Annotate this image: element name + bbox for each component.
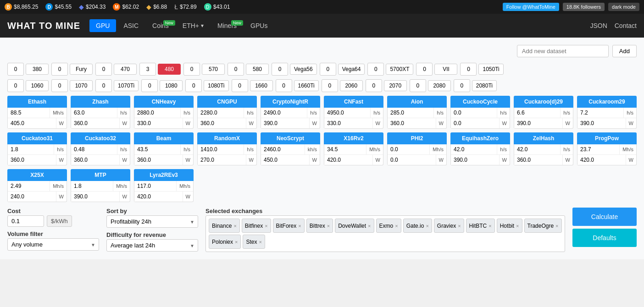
algo-hashrate-input[interactable] [198, 144, 244, 154]
nav-json[interactable]: JSON [590, 22, 607, 29]
algo-power-input[interactable] [261, 118, 310, 128]
algo-header[interactable]: Lyra2REv3 [134, 169, 194, 181]
gpu-name-label[interactable]: 2080 [428, 80, 451, 91]
algo-header[interactable]: Cuckaroo(d)29 [514, 96, 573, 108]
gpu-qty-input[interactable] [95, 79, 112, 92]
gpu-name-label[interactable]: 2080Ti [472, 80, 497, 91]
algo-header[interactable]: CNGPU [197, 96, 257, 108]
algo-power-input[interactable] [134, 192, 183, 202]
gpu-name-label[interactable]: VII [434, 64, 457, 75]
gpu-qty-input[interactable] [185, 79, 202, 92]
exchange-remove-button[interactable]: × [235, 239, 238, 245]
algo-power-input[interactable] [198, 155, 246, 165]
algo-hashrate-input[interactable] [261, 144, 305, 154]
gpu-name-label[interactable]: 2060 [340, 80, 363, 91]
gpu-qty-input[interactable] [228, 63, 244, 76]
gpu-name-label[interactable]: 1070Ti [114, 80, 139, 91]
algo-power-input[interactable] [388, 118, 436, 128]
exchange-remove-button[interactable]: × [395, 223, 398, 229]
sort-select[interactable]: Profitability 24hProfitability 1hRevenue… [106, 215, 198, 228]
algo-header[interactable]: Zhash [71, 96, 130, 108]
algo-power-input[interactable] [324, 118, 373, 128]
algo-header[interactable]: EquihashZero [450, 132, 510, 144]
gpu-qty-input[interactable] [454, 79, 470, 92]
algo-header[interactable]: X16Rv2 [324, 132, 383, 144]
algo-power-input[interactable] [388, 155, 436, 165]
algo-hashrate-input[interactable] [577, 144, 620, 154]
gpu-name-label[interactable]: Vega64 [338, 64, 365, 75]
gpu-name-label[interactable]: 570 [202, 64, 225, 75]
algo-hashrate-input[interactable] [577, 108, 624, 118]
gpu-name-label[interactable]: 5700XT [386, 64, 413, 75]
nav-contact[interactable]: Contact [615, 22, 637, 29]
gpu-name-label[interactable]: 470 [114, 64, 137, 75]
gpu-name-label[interactable]: 380 [26, 64, 49, 75]
algo-hashrate-input[interactable] [134, 108, 181, 118]
algo-header[interactable]: MTP [71, 169, 130, 181]
algo-header[interactable]: ProgPow [577, 132, 637, 144]
algo-hashrate-input[interactable] [388, 108, 434, 118]
gpu-name-label[interactable]: 1080 [160, 80, 183, 91]
gpu-qty-input[interactable] [7, 79, 24, 92]
gpu-qty-input[interactable] [272, 63, 288, 76]
algo-hashrate-input[interactable] [134, 181, 177, 191]
algo-hashrate-input[interactable] [451, 108, 497, 118]
algo-power-input[interactable] [198, 118, 246, 128]
algo-hashrate-input[interactable] [71, 181, 113, 191]
algo-hashrate-input[interactable] [451, 144, 497, 154]
nav-asic[interactable]: ASIC [117, 19, 145, 32]
algo-power-input[interactable] [514, 118, 563, 128]
algo-power-input[interactable] [134, 118, 183, 128]
algo-power-input[interactable] [261, 155, 310, 165]
gpu-qty-input[interactable] [141, 79, 158, 92]
dark-mode-button[interactable]: dark mode [608, 3, 639, 11]
algo-hashrate-input[interactable] [324, 108, 371, 118]
nav-eth[interactable]: ETH+ ▾ [176, 19, 210, 32]
exchange-remove-button[interactable]: × [516, 223, 519, 229]
algo-header[interactable]: CNFast [324, 96, 383, 108]
algo-hashrate-input[interactable] [8, 144, 54, 154]
gpu-qty-input[interactable] [366, 79, 382, 92]
algo-power-input[interactable] [324, 155, 373, 165]
exchange-remove-button[interactable]: × [259, 239, 261, 245]
algo-header[interactable]: NeoScrypt [261, 132, 320, 144]
gpu-qty-input[interactable] [183, 63, 200, 76]
gpu-name-label[interactable]: 1080Ti [204, 80, 228, 91]
algo-power-input[interactable] [71, 118, 120, 128]
algo-hashrate-input[interactable] [71, 144, 117, 154]
gpu-qty-input[interactable] [322, 79, 338, 92]
algo-power-input[interactable] [451, 118, 500, 128]
defaults-button[interactable]: Defaults [572, 229, 637, 247]
calculate-button[interactable]: Calculate [572, 208, 637, 226]
exchange-remove-button[interactable]: × [298, 223, 301, 229]
algo-header[interactable]: Cuckatoo31 [7, 132, 67, 144]
algo-power-input[interactable] [8, 118, 56, 128]
nav-miners[interactable]: Miners New [211, 19, 243, 32]
algo-header[interactable]: ZelHash [514, 132, 573, 144]
algo-header[interactable]: Aion [387, 96, 447, 108]
gpu-qty-input[interactable] [95, 63, 112, 76]
algo-hashrate-input[interactable] [134, 144, 181, 154]
algo-header[interactable]: Beam [134, 132, 194, 144]
cost-input[interactable] [7, 215, 44, 227]
algo-hashrate-input[interactable] [261, 108, 307, 118]
exchange-remove-button[interactable]: × [458, 223, 461, 229]
gpu-name-label[interactable]: 1060 [26, 80, 49, 91]
algo-hashrate-input[interactable] [514, 144, 561, 154]
exchange-remove-button[interactable]: × [265, 223, 267, 229]
nav-coins[interactable]: Coins New [146, 19, 175, 32]
volume-select[interactable]: Any volumeTop 50Top 25 [7, 238, 99, 251]
algo-header[interactable]: X25X [7, 169, 67, 181]
gpu-qty-input[interactable] [367, 63, 384, 76]
gpu-name-label[interactable]: 480 [158, 64, 181, 75]
exchange-remove-button[interactable]: × [368, 223, 371, 229]
algo-hashrate-input[interactable] [8, 108, 50, 118]
algo-hashrate-input[interactable] [198, 108, 244, 118]
algo-header[interactable]: Cuckatoo32 [71, 132, 130, 144]
gpu-qty-input[interactable] [460, 63, 477, 76]
nav-gpu[interactable]: GPU [89, 19, 116, 32]
gpu-name-label[interactable]: 1660Ti [294, 80, 319, 91]
gpu-name-label[interactable]: 1660 [250, 80, 273, 91]
gpu-name-label[interactable]: 2070 [384, 80, 407, 91]
algo-power-input[interactable] [577, 118, 626, 128]
